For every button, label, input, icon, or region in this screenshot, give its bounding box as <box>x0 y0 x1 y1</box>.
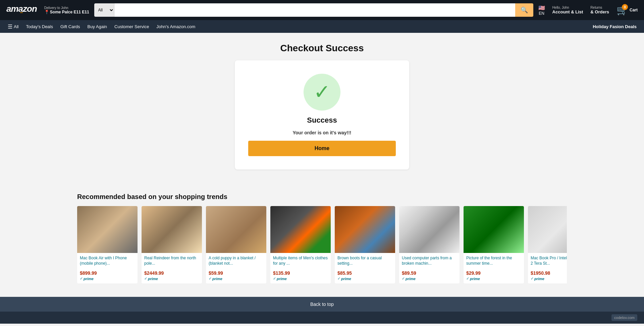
hamburger-icon: ☰ <box>8 23 12 30</box>
product-name: Mac Book Air with I Phone (mobile phone)… <box>80 256 135 269</box>
product-price: $29.99 <box>466 270 521 276</box>
nav-customer-service[interactable]: Customer Service <box>111 21 153 32</box>
cart-count: 0 <box>622 4 628 10</box>
prime-check-icon: ✓ <box>337 276 340 281</box>
prime-label: prime <box>277 277 287 281</box>
products-row: Mac Book Air with I Phone (mobile phone)… <box>77 206 567 283</box>
logo-arrow: ▔ <box>20 12 23 16</box>
product-image <box>142 206 202 253</box>
product-price: $85.95 <box>337 270 392 276</box>
delivery-address: 📍 Some Palce E11 E11 <box>44 10 89 14</box>
returns-line2: & Orders <box>590 9 609 14</box>
product-name: Picture of the forest in the summer time… <box>466 256 521 269</box>
product-card[interactable]: Brown boots for a casual setting...$85.9… <box>335 206 395 283</box>
search-button[interactable]: 🔍 <box>515 3 533 17</box>
nav-johns-amazon[interactable]: John's Amazon.com <box>153 21 199 32</box>
prime-badge: ✓prime <box>209 276 264 281</box>
nav-all-label: All <box>14 24 18 29</box>
product-price: $899.99 <box>80 270 135 276</box>
account-menu[interactable]: Hello, John Account & List <box>550 4 586 16</box>
product-card[interactable]: Real Reindeer from the north pole...$244… <box>142 206 202 283</box>
prime-label: prime <box>84 277 94 281</box>
prime-badge: ✓prime <box>402 276 457 281</box>
location-pin-icon: 📍 <box>44 10 49 14</box>
prime-label: prime <box>212 277 222 281</box>
prime-check-icon: ✓ <box>80 276 83 281</box>
footer-bottom: codelov.com <box>0 312 644 324</box>
nav-todays-deals[interactable]: Today's Deals <box>22 21 57 32</box>
product-card[interactable]: Mac Book Air with I Phone (mobile phone)… <box>77 206 138 283</box>
checkmark-circle: ✓ <box>304 74 340 111</box>
prime-label: prime <box>148 277 158 281</box>
prime-badge: ✓prime <box>144 276 199 281</box>
product-name: Brown boots for a casual setting... <box>337 256 392 269</box>
product-image <box>270 206 331 253</box>
logo-text: amazon <box>6 4 37 13</box>
prime-badge: ✓prime <box>80 276 135 281</box>
product-image <box>399 206 460 253</box>
prime-badge: ✓prime <box>531 276 567 281</box>
success-message: Your order is on it's way!!! <box>293 130 352 135</box>
product-price: $89.59 <box>402 270 457 276</box>
nav-all-menu[interactable]: ☰ All <box>4 20 22 33</box>
product-name: Multiple items of Men's clothes for any … <box>273 256 328 269</box>
main-content: Checkout Success ✓ Success Your order is… <box>121 33 523 193</box>
prime-label: prime <box>470 277 480 281</box>
product-card[interactable]: A cold puppy in a blanket / (blanket not… <box>206 206 266 283</box>
flag-icon: 🇺🇸 <box>538 5 545 11</box>
delivery-location[interactable]: Delivery to John 📍 Some Palce E11 E11 <box>42 4 92 16</box>
search-category-select[interactable]: All <box>94 3 114 17</box>
product-card[interactable]: Picture of the forest in the summer time… <box>464 206 524 283</box>
logo[interactable]: amazon ▔ <box>4 3 39 18</box>
cart-label: Cart <box>630 8 638 12</box>
lang-code: EN <box>539 11 544 16</box>
product-price: $1950.98 <box>531 270 567 276</box>
returns-line1: Returns <box>590 6 609 9</box>
prime-label: prime <box>534 277 544 281</box>
product-image <box>528 206 567 253</box>
product-price: $2449.99 <box>144 270 199 276</box>
product-card[interactable]: Mac Book Pro / Intel Core I7 / 2 Tera St… <box>528 206 567 283</box>
prime-badge: ✓prime <box>337 276 392 281</box>
product-name: Mac Book Pro / Intel Core I7 / 2 Tera St… <box>531 256 567 269</box>
navbar: ☰ All Today's Deals Gift Cards Buy Again… <box>0 20 644 33</box>
checkmark-icon: ✓ <box>314 82 330 102</box>
product-price: $59.99 <box>209 270 264 276</box>
nav-gift-cards[interactable]: Gift Cards <box>57 21 84 32</box>
checkout-title: Checkout Success <box>127 43 517 54</box>
account-greeting: Hello, John <box>552 6 583 9</box>
product-image <box>77 206 138 253</box>
prime-badge: ✓prime <box>273 276 328 281</box>
product-name: Real Reindeer from the north pole... <box>144 256 199 269</box>
success-card: ✓ Success Your order is on it's way!!! H… <box>235 60 409 170</box>
product-image <box>464 206 524 253</box>
back-to-top[interactable]: Back to top <box>0 297 644 312</box>
header: amazon ▔ Delivery to John 📍 Some Palce E… <box>0 0 644 20</box>
product-card[interactable]: Multiple items of Men's clothes for any … <box>270 206 331 283</box>
product-name: Used computer parts from a broken machin… <box>402 256 457 269</box>
prime-check-icon: ✓ <box>144 276 147 281</box>
product-price: $135.99 <box>273 270 328 276</box>
product-name: A cold puppy in a blanket / (blanket not… <box>209 256 264 269</box>
codelov-badge: codelov.com <box>611 314 637 321</box>
language-selector[interactable]: 🇺🇸 EN <box>536 3 547 17</box>
product-card[interactable]: Used computer parts from a broken machin… <box>399 206 460 283</box>
nav-buy-again[interactable]: Buy Again <box>84 21 111 32</box>
prime-check-icon: ✓ <box>273 276 276 281</box>
recommendations-title: Recommended based on your shopping trend… <box>77 193 567 201</box>
prime-check-icon: ✓ <box>531 276 534 281</box>
home-button[interactable]: Home <box>248 141 396 156</box>
search-input[interactable] <box>114 3 515 17</box>
cart[interactable]: 🛒 0 Cart <box>614 3 640 17</box>
prime-label: prime <box>341 277 351 281</box>
prime-check-icon: ✓ <box>466 276 469 281</box>
nav-holiday-deals[interactable]: Holiday Fasion Deals <box>589 21 640 32</box>
returns-orders[interactable]: Returns & Orders <box>588 4 611 16</box>
prime-check-icon: ✓ <box>209 276 212 281</box>
delivery-label: Delivery to John <box>44 6 89 10</box>
account-label: Account & List <box>552 9 583 14</box>
recommendations-section: Recommended based on your shopping trend… <box>70 193 574 297</box>
prime-badge: ✓prime <box>466 276 521 281</box>
success-title: Success <box>307 116 337 125</box>
product-image <box>206 206 266 253</box>
